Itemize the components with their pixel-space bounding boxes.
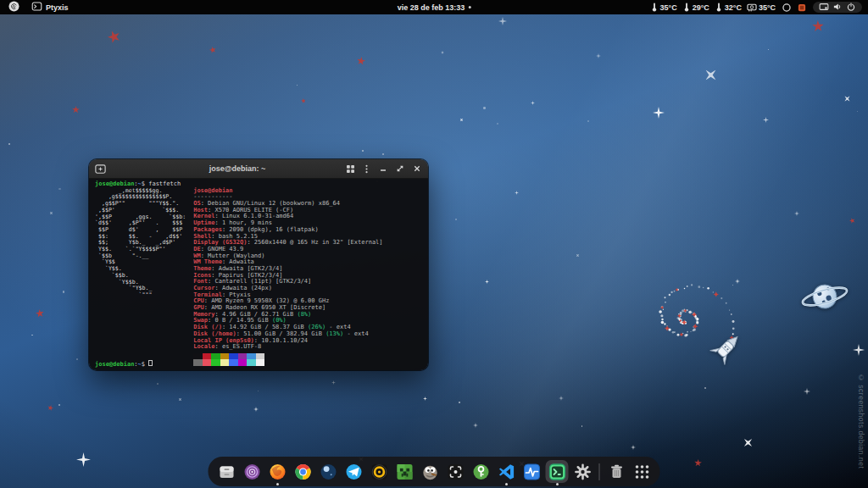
- sensor-value: 29°C: [693, 3, 709, 12]
- dock-item-telegram[interactable]: [342, 460, 365, 483]
- fetch-suffix: - ext4: [343, 330, 369, 337]
- web-browser-icon: [318, 462, 338, 482]
- terminal-titlebar[interactable]: jose@debian: ~: [89, 159, 428, 179]
- restore-button[interactable]: [394, 163, 406, 175]
- trash-icon: [606, 462, 626, 482]
- sensor-indicator: 29°C: [682, 2, 709, 13]
- terminal-window: jose@debian: ~ jose@debia: [89, 159, 428, 370]
- debian-ascii-art: _,met$$$$$gg. ,g$$$$$$$$$$$$$$$P. ,g$$P"…: [95, 188, 186, 299]
- ptyxis-icon: [547, 462, 567, 482]
- sensor-indicator: 32°C: [714, 2, 742, 13]
- palette-swatch: [229, 359, 238, 365]
- dock-item-minecraft[interactable]: [393, 460, 416, 483]
- sensor-indicator: 35°C: [649, 2, 677, 13]
- chrome-icon: [292, 462, 313, 482]
- activities-button[interactable]: [6, 1, 22, 14]
- debian-logo-icon: [8, 1, 19, 14]
- rocket-icon: [706, 330, 745, 369]
- palette-swatch: [238, 353, 248, 359]
- sensor-value: 35°C: [660, 3, 677, 12]
- watermark: © screenshots.debian.net: [857, 374, 865, 469]
- command-text: fastfetch: [145, 180, 181, 187]
- palette-swatch: [238, 359, 248, 365]
- dock-item-firefox[interactable]: [266, 460, 289, 483]
- files-icon: [216, 462, 236, 482]
- dock-item-web-browser[interactable]: [317, 460, 340, 483]
- clock-button[interactable]: vie 28 de feb 13:33: [395, 0, 474, 14]
- dock-item-chrome[interactable]: [292, 460, 314, 483]
- volume-icon: [832, 2, 843, 14]
- prompt-user: jose@debian: [95, 180, 134, 187]
- window-title: jose@debian: ~: [140, 164, 335, 173]
- tray-app-icon[interactable]: [797, 3, 807, 13]
- tiny-star: [63, 291, 64, 292]
- quick-settings-button[interactable]: [813, 2, 862, 13]
- saturn-planet-icon: [799, 278, 850, 317]
- dock-item-tor-browser[interactable]: [241, 460, 264, 483]
- app-grid-icon: [632, 462, 652, 482]
- tiny-star: [157, 383, 159, 385]
- settings-icon: [572, 462, 593, 482]
- color-palette-row: [193, 353, 382, 359]
- tiny-star: [483, 107, 485, 108]
- sensor-value: 35°C: [759, 3, 776, 12]
- running-indicator: [276, 483, 279, 485]
- minimize-button[interactable]: [377, 163, 389, 175]
- terminal-app-icon: [31, 1, 42, 14]
- dock: [209, 457, 660, 486]
- system-monitor-icon: [521, 462, 542, 482]
- dock-item-audio-player[interactable]: [368, 460, 391, 483]
- telegram-icon: [343, 462, 364, 482]
- fetch-percent: (13%): [322, 330, 343, 337]
- tiny-star: [497, 123, 498, 125]
- dock-item-system-monitor[interactable]: [520, 460, 543, 483]
- sensors-applet[interactable]: 35°C29°C32°C35°C: [649, 2, 776, 13]
- sensor-value: 32°C: [725, 3, 742, 12]
- palette-swatch: [220, 353, 230, 359]
- thermometer-icon: [682, 2, 692, 13]
- palette-swatch: [203, 353, 212, 359]
- dock-item-ptyxis[interactable]: [546, 460, 569, 483]
- notification-dot: [468, 6, 470, 8]
- dock-item-settings[interactable]: [571, 460, 594, 483]
- palette-swatch: [193, 359, 203, 365]
- vscode-icon: [496, 462, 516, 482]
- tiny-star: [76, 358, 78, 360]
- dock-item-files[interactable]: [215, 460, 238, 483]
- fetch-key: Locale: [193, 343, 214, 350]
- dock-item-trash[interactable]: [605, 460, 628, 483]
- palette-swatch: [229, 353, 238, 359]
- dock-separator: [599, 463, 600, 480]
- prompt-dollar: $: [142, 360, 145, 367]
- top-bar: Ptyxis vie 28 de feb 13:33 35°C29°C32°C3…: [0, 0, 868, 14]
- tab-overview-button[interactable]: [345, 164, 356, 175]
- close-button[interactable]: [411, 163, 423, 175]
- fetch-line: Locale: es_ES.UTF-8: [193, 344, 382, 351]
- palette-swatch: [220, 359, 230, 365]
- palette-swatch: [211, 353, 220, 359]
- new-terminal-tab-button[interactable]: [94, 163, 107, 175]
- power-icon: [846, 2, 856, 14]
- gpu-icon: [746, 2, 758, 13]
- palette-swatch: [256, 359, 265, 365]
- status-circle-icon[interactable]: [782, 3, 792, 13]
- dock-item-app-grid[interactable]: [631, 460, 654, 483]
- dock-item-gimp[interactable]: [419, 460, 442, 483]
- menu-button[interactable]: [361, 164, 372, 175]
- fetch-value: : es_ES.UTF-8: [214, 343, 261, 350]
- clock-label: vie 28 de feb 13:33: [398, 3, 465, 12]
- focused-app-label: Ptyxis: [46, 3, 69, 12]
- dock-item-vscode[interactable]: [495, 460, 518, 483]
- minecraft-icon: [394, 462, 415, 482]
- fetch-value: : 2560x1440 @ 165 Hz in 32" [External]: [247, 239, 382, 246]
- terminal-content[interactable]: jose@debian:~$ fastfetch _,met$$$$$gg. ,…: [89, 179, 428, 370]
- tor-browser-icon: [242, 462, 262, 482]
- palette-swatch: [211, 359, 220, 365]
- audio-player-icon: [369, 462, 389, 482]
- dock-item-screen-recorder[interactable]: [444, 460, 467, 483]
- sensor-indicator: 35°C: [746, 2, 776, 13]
- palette-swatch: [203, 359, 212, 365]
- dock-item-keepassxc[interactable]: [470, 460, 492, 483]
- system-tray: [782, 3, 807, 13]
- focused-app-menu[interactable]: Ptyxis: [29, 1, 71, 14]
